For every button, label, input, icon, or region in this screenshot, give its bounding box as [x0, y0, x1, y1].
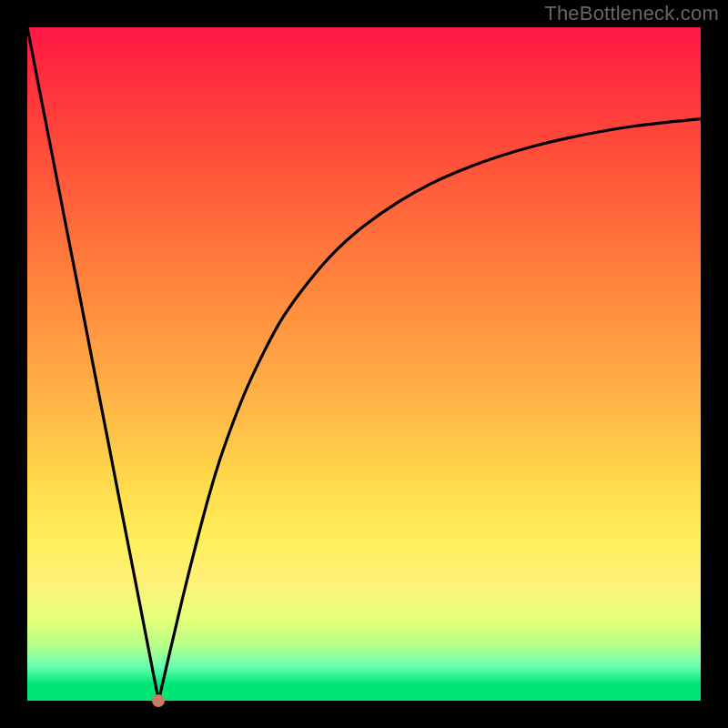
watermark-text: TheBottleneck.com	[544, 2, 719, 25]
optimal-point-marker	[152, 694, 165, 707]
bottleneck-curve	[27, 27, 701, 701]
chart-frame: TheBottleneck.com	[0, 0, 728, 728]
plot-area	[27, 27, 701, 701]
